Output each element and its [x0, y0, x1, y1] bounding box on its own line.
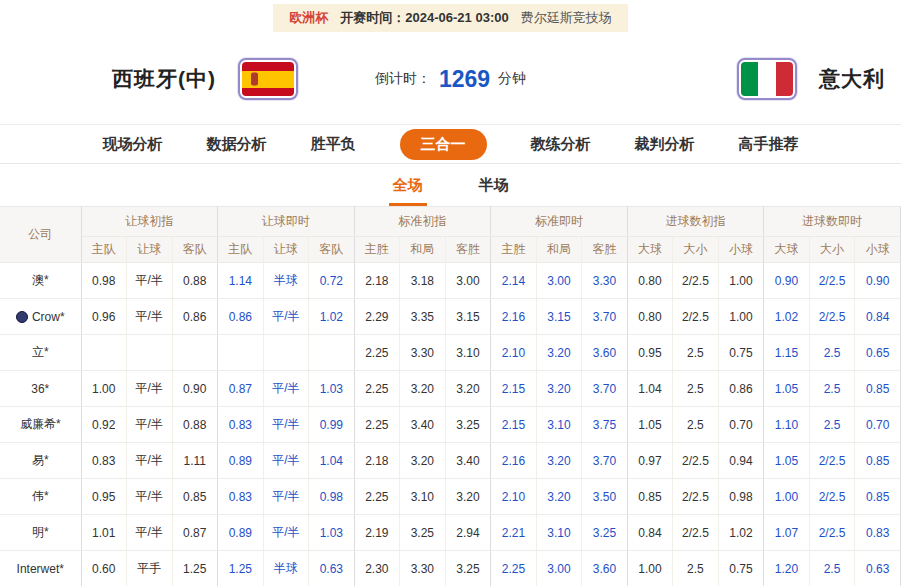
- odds-cell: 0.96: [81, 299, 127, 335]
- subtab-half-match[interactable]: 半场: [475, 168, 513, 206]
- odds-cell: 0.89: [218, 443, 264, 479]
- odds-cell: 3.10: [445, 335, 491, 371]
- odds-cell: 2/2.5: [809, 443, 855, 479]
- odds-cell: 0.85: [855, 443, 901, 479]
- odds-cell: 2.30: [354, 551, 400, 586]
- odds-cell: 0.94: [718, 443, 764, 479]
- odds-cell: 3.25: [445, 407, 491, 443]
- odds-cell: 0.88: [172, 263, 218, 299]
- odds-cell: 3.75: [582, 407, 628, 443]
- odds-cell: 0.83: [218, 479, 264, 515]
- odds-cell: 0.99: [309, 407, 355, 443]
- odds-table: 公司让球初指让球即时标准初指标准即时进球数初指进球数即时主队让球客队主队让球客队…: [0, 206, 901, 586]
- sub-header-handicap-initial-0: 主队: [81, 237, 127, 263]
- odds-cell: 平/半: [127, 299, 173, 335]
- nav-tab-referee-analysis[interactable]: 裁判分析: [635, 135, 695, 154]
- sub-header-goals-live-0: 大球: [764, 237, 810, 263]
- odds-cell: 1.02: [718, 515, 764, 551]
- subtab-full-match[interactable]: 全场: [389, 168, 427, 206]
- sub-header-handicap-initial-1: 让球: [127, 237, 173, 263]
- odds-cell: 平/半: [263, 515, 309, 551]
- odds-cell: 3.20: [536, 371, 582, 407]
- kickoff-value: 2024-06-21 03:00: [405, 10, 508, 25]
- odds-row: 澳*0.98平/半0.881.14半球0.722.183.183.002.143…: [0, 263, 901, 299]
- odds-cell: 0.75: [718, 335, 764, 371]
- odds-cell: 3.30: [400, 335, 446, 371]
- odds-cell: 3.10: [400, 479, 446, 515]
- bookmaker-name[interactable]: Interwet*: [0, 551, 81, 586]
- odds-cell: 0.92: [81, 407, 127, 443]
- odds-cell: 2.10: [491, 479, 537, 515]
- nav-tab-live-analysis[interactable]: 现场分析: [103, 135, 163, 154]
- odds-cell: 半球: [263, 551, 309, 586]
- sub-header-standard-initial-2: 客胜: [445, 237, 491, 263]
- odds-cell: 1.05: [764, 443, 810, 479]
- sub-header-standard-live-2: 客胜: [582, 237, 628, 263]
- period-subtabs: 全场半场: [0, 164, 901, 206]
- odds-cell: 0.98: [718, 479, 764, 515]
- odds-cell: 0.88: [172, 407, 218, 443]
- odds-cell: [309, 335, 355, 371]
- odds-cell: 0.84: [627, 515, 673, 551]
- bookmaker-name[interactable]: 威廉希*: [0, 407, 81, 443]
- sub-header-goals-initial-0: 大球: [627, 237, 673, 263]
- odds-cell: 0.63: [309, 551, 355, 586]
- sub-header-goals-live-1: 大小: [809, 237, 855, 263]
- odds-cell: 2.18: [354, 443, 400, 479]
- odds-cell: 0.72: [309, 263, 355, 299]
- away-team: 意大利: [737, 58, 901, 100]
- bookmaker-name[interactable]: 澳*: [0, 263, 81, 299]
- odds-cell: 0.65: [855, 335, 901, 371]
- company-column-header: 公司: [0, 207, 81, 263]
- odds-cell: 平/半: [127, 515, 173, 551]
- odds-row: 伟*0.95平/半0.850.83平/半0.982.253.103.202.10…: [0, 479, 901, 515]
- odds-cell: 3.20: [445, 371, 491, 407]
- nav-tab-three-in-one[interactable]: 三合一: [400, 129, 487, 160]
- bookmaker-name[interactable]: 36*: [0, 371, 81, 407]
- bookmaker-name[interactable]: Crow*: [0, 299, 81, 335]
- bookmaker-name[interactable]: 伟*: [0, 479, 81, 515]
- odds-cell: 0.89: [218, 515, 264, 551]
- odds-cell: 2/2.5: [673, 515, 719, 551]
- nav-tab-win-draw-loss[interactable]: 胜平负: [311, 135, 356, 154]
- odds-cell: 1.00: [718, 299, 764, 335]
- nav-tab-expert-picks[interactable]: 高手推荐: [739, 135, 799, 154]
- spain-emblem-icon: [251, 73, 258, 86]
- bookmaker-name[interactable]: 明*: [0, 515, 81, 551]
- countdown: 倒计时： 1269 分钟: [375, 66, 526, 93]
- odds-cell: 2.5: [809, 407, 855, 443]
- odds-cell: 0.70: [855, 407, 901, 443]
- odds-cell: 0.86: [218, 299, 264, 335]
- odds-cell: 1.05: [764, 371, 810, 407]
- odds-cell: [81, 335, 127, 371]
- odds-cell: 0.80: [627, 263, 673, 299]
- odds-cell: 3.10: [536, 407, 582, 443]
- odds-cell: 平/半: [127, 407, 173, 443]
- odds-cell: 3.60: [582, 551, 628, 586]
- odds-cell: 2.5: [673, 371, 719, 407]
- odds-cell: 2.15: [491, 371, 537, 407]
- odds-cell: 3.35: [400, 299, 446, 335]
- nav-tab-data-analysis[interactable]: 数据分析: [207, 135, 267, 154]
- odds-cell: 平/半: [127, 263, 173, 299]
- sub-header-standard-initial-1: 和局: [400, 237, 446, 263]
- odds-cell: 2.25: [491, 551, 537, 586]
- odds-cell: 0.83: [855, 515, 901, 551]
- odds-cell: [263, 335, 309, 371]
- kickoff-time: 开赛时间：2024-06-21 03:00: [340, 9, 508, 27]
- nav-tab-coach-analysis[interactable]: 教练分析: [531, 135, 591, 154]
- match-info-bar: 欧洲杯 开赛时间：2024-06-21 03:00 费尔廷斯竞技场: [0, 0, 901, 34]
- sub-header-standard-live-1: 和局: [536, 237, 582, 263]
- odds-cell: 0.60: [81, 551, 127, 586]
- odds-cell: 2/2.5: [673, 479, 719, 515]
- bookmaker-name[interactable]: 易*: [0, 443, 81, 479]
- venue-name: 费尔廷斯竞技场: [521, 9, 612, 27]
- bookmaker-name[interactable]: 立*: [0, 335, 81, 371]
- odds-cell: 3.20: [536, 443, 582, 479]
- odds-cell: 3.15: [445, 299, 491, 335]
- odds-cell: 3.25: [445, 551, 491, 586]
- league-badge[interactable]: 欧洲杯: [289, 9, 328, 27]
- odds-cell: 3.00: [536, 551, 582, 586]
- odds-cell: 0.86: [172, 299, 218, 335]
- odds-cell: 0.98: [81, 263, 127, 299]
